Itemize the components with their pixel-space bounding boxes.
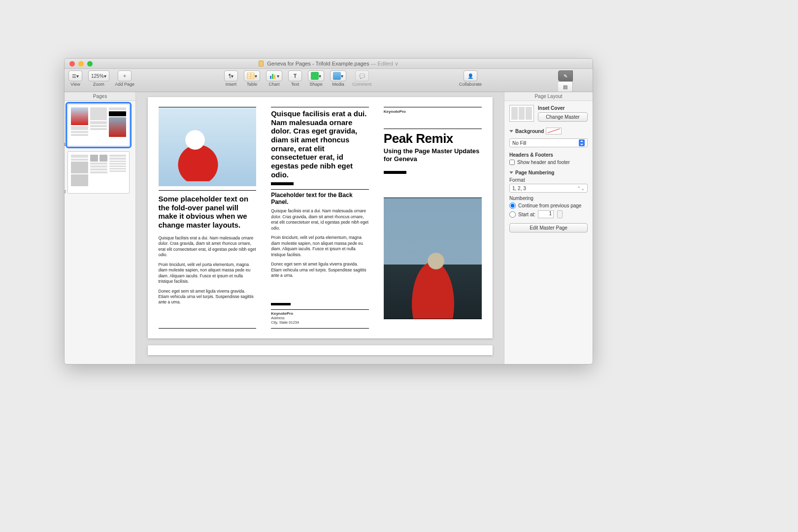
show-header-footer-checkbox[interactable]: Show header and footer [509,160,588,165]
format-tab[interactable]: ✎ [558,70,573,81]
change-master-button[interactable]: Change Master [538,112,588,122]
numbering-sublabel: Numbering [509,196,588,201]
window-title: Geneva for Pages - Trifold Example.pages… [65,61,593,67]
svg-rect-5 [272,74,273,79]
titlebar: Geneva for Pages - Trifold Example.pages… [65,59,593,69]
comment-button[interactable]: 💬 [355,70,369,81]
start-at-label: Start at: [518,212,535,217]
chart-label: Chart [269,82,280,87]
table-label: Table [247,82,258,87]
add-page-label: Add Page [115,82,135,87]
brush-icon: ✎ [564,73,567,79]
disclosure-icon[interactable] [509,171,513,174]
shape-button[interactable]: ▾ [308,70,324,81]
sidebar-icon: ☰ [72,73,76,79]
body-text[interactable]: Donec eget sem sit amet ligula viverra g… [271,262,369,278]
address-line[interactable]: City, State 01234 [271,320,369,325]
paragraph-icon: ¶ [229,73,231,79]
page-numbering-label: Page Numbering [515,170,554,175]
table-icon [247,72,255,80]
accent-bar [384,171,406,174]
view-button[interactable]: ☰ ▾ [68,70,82,81]
show-hf-label: Show header and footer [517,160,570,165]
headers-footers-label: Headers & Footers [509,152,588,158]
page-number: 1 [65,142,66,147]
fill-select[interactable]: No Fill [509,138,588,147]
panel-big-text[interactable]: Quisque facilisis erat a dui. Nam malesu… [271,109,369,179]
page-thumbnail-2[interactable]: 2 [67,151,130,194]
format-inspector: Page Layout Inset Cover Change Master Ba… [504,92,593,364]
text-icon: T [294,73,297,79]
svg-rect-4 [270,76,271,79]
cover-subtitle[interactable]: Using the Page Master Updates for Geneva [384,147,482,164]
body-text[interactable]: Proin tincidunt, velit vel porta element… [271,235,369,258]
stepper-icon[interactable] [557,210,563,218]
brand-name[interactable]: KeynotePro [271,311,369,316]
format-value: 1, 2, 3 [512,186,526,191]
sidebar-title: Pages [65,92,135,101]
cover-image-compass[interactable] [384,198,482,319]
number-format-select[interactable]: 1, 2, 3⌃⌄ [509,184,588,193]
address-line[interactable]: Address [271,316,369,321]
collaborate-button[interactable]: 👤 [464,70,477,81]
inspector-title: Page Layout [504,92,593,101]
document-name: Geneva for Pages - Trifold Example.pages [267,61,369,66]
start-at-field[interactable]: 1 [538,210,554,218]
divider [384,319,482,319]
edited-indicator[interactable]: — Edited ∨ [369,61,398,66]
body-text[interactable]: Donec eget sem sit amet ligula viverra g… [159,289,257,305]
body-text[interactable]: Proin tincidunt, velit vel porta element… [159,262,257,285]
continue-radio[interactable]: Continue from previous page [509,202,588,209]
plus-icon: ＋ [122,72,127,79]
disclosure-icon[interactable] [509,130,513,133]
trifold-panel-left: Some placeholder text on the fold-over p… [159,107,257,329]
chart-icon [269,72,277,80]
page-number: 2 [65,189,66,194]
insert-button[interactable]: ¶▾ [224,70,238,81]
page-1[interactable]: Some placeholder text on the fold-over p… [148,97,493,338]
table-button[interactable]: ▾ [244,70,260,81]
fill-value: No Fill [512,140,526,146]
document-icon [259,61,264,66]
page-2-peek[interactable] [148,345,493,355]
document-canvas[interactable]: Some placeholder text on the fold-over p… [136,92,504,364]
comment-label: Comment [352,82,371,87]
cover-title[interactable]: Peak Remix [384,132,482,145]
shape-label: Shape [310,82,323,87]
chart-button[interactable]: ▾ [266,70,282,81]
trifold-panel-right: KeynotePro Peak Remix Using the Page Mas… [384,107,482,329]
color-swatch[interactable] [546,128,562,134]
add-page-group: ＋ Add Page [115,70,135,87]
zoom-select[interactable]: 125% ▾ [88,70,109,81]
panel-heading[interactable]: Some placeholder text on the fold-over p… [159,195,257,230]
svg-rect-6 [274,75,275,79]
zoom-group: 125% ▾ Zoom [88,70,109,87]
media-button[interactable]: ▾ [330,70,346,81]
trifold-panel-center: Quisque facilisis erat a dui. Nam malesu… [271,107,369,329]
document-tab[interactable]: ▤ [558,81,573,92]
brand-name[interactable]: KeynotePro [384,109,482,114]
content-area: Pages 1 2 [65,92,593,364]
page-thumbnail-1[interactable]: 1 [67,104,130,146]
comment-icon: 💬 [359,73,365,79]
continue-label: Continue from previous page [518,203,581,208]
accent-bar [271,303,291,305]
hero-image-climber[interactable] [159,107,257,186]
panel-subhead[interactable]: Placeholder text for the Back Panel. [271,192,369,206]
start-at-radio[interactable]: Start at: 1 [509,210,588,218]
updown-icon [579,139,585,146]
divider [159,190,257,191]
edit-master-page-button[interactable]: Edit Master Page [509,223,588,233]
master-name: Inset Cover [538,105,588,111]
pages-sidebar: Pages 1 2 [65,92,136,364]
body-text[interactable]: Quisque facilisis erat a dui. Nam malesu… [271,208,369,231]
shape-icon [311,72,319,80]
body-text[interactable]: Quisque facilisis erat a dui. Nam malesu… [159,235,257,258]
text-button[interactable]: T [288,70,302,81]
media-icon [333,72,341,80]
add-page-button[interactable]: ＋ [118,70,132,81]
collaborate-icon: 👤 [467,73,473,79]
master-thumbnail [509,105,534,122]
page-thumbnails: 1 2 [65,101,135,364]
divider [159,328,257,329]
